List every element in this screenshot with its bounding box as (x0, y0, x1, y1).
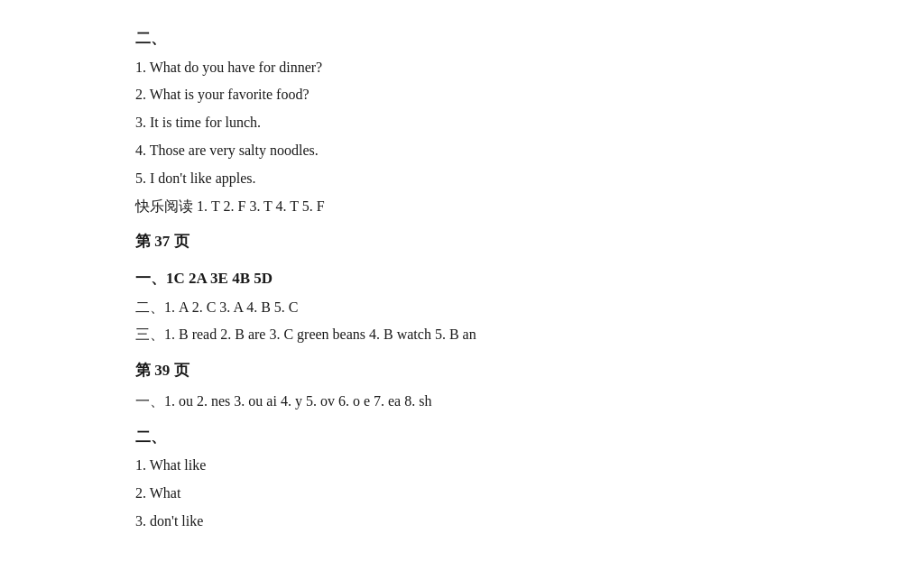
section-yi-39: 一、1. ou 2. nes 3. ou ai 4. y 5. ov 6. o … (135, 389, 924, 415)
line-3: 3. It is time for lunch. (135, 110, 924, 136)
page-39-header: 第 39 页 (135, 357, 924, 385)
section-er-header: 二、 (135, 25, 924, 53)
line-5: 5. I don't like apples. (135, 166, 924, 192)
line-2: 2. What is your favorite food? (135, 82, 924, 108)
section-er-39-header: 二、 (135, 424, 924, 452)
page-39-title: 第 39 页 (135, 357, 924, 385)
section-kuaile: 快乐阅读 1. T 2. F 3. T 4. T 5. F (135, 194, 924, 220)
line-4: 4. Those are very salty noodles. (135, 138, 924, 164)
section-san-37: 三、1. B read 2. B are 3. C green beans 4.… (135, 322, 924, 348)
san-37-line: 三、1. B read 2. B are 3. C green beans 4.… (135, 322, 924, 348)
section-er: 二、 1. What do you have for dinner? 2. Wh… (135, 25, 924, 192)
section-yi-37: 一、1C 2A 3E 4B 5D (135, 265, 924, 293)
line-1: 1. What do you have for dinner? (135, 55, 924, 81)
er-39-line-3: 3. don't like (135, 509, 924, 535)
page-37-title: 第 37 页 (135, 228, 924, 256)
er-37-line: 二、1. A 2. C 3. A 4. B 5. C (135, 295, 924, 321)
yi-39-line: 一、1. ou 2. nes 3. ou ai 4. y 5. ov 6. o … (135, 389, 924, 415)
kuaile-line: 快乐阅读 1. T 2. F 3. T 4. T 5. F (135, 194, 924, 220)
er-39-line-1: 1. What like (135, 453, 924, 479)
section-er-37: 二、1. A 2. C 3. A 4. B 5. C (135, 295, 924, 321)
section-er-39: 二、 1. What like 2. What 3. don't like (135, 424, 924, 535)
page-37-header: 第 37 页 (135, 228, 924, 256)
main-content: 二、 1. What do you have for dinner? 2. Wh… (135, 25, 924, 535)
section-yi-37-header: 一、1C 2A 3E 4B 5D (135, 265, 924, 293)
er-39-line-2: 2. What (135, 481, 924, 507)
